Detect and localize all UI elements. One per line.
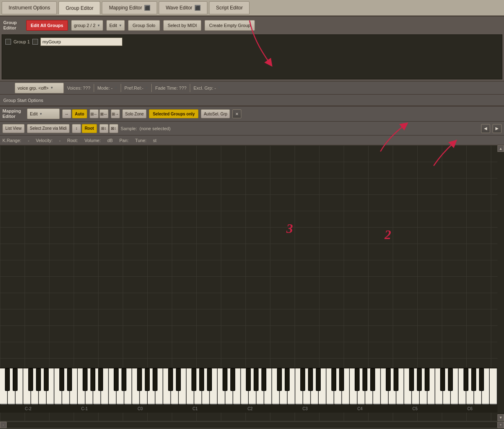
edit-all-groups-button[interactable]: Edit All Groups: [26, 20, 68, 31]
h-range-expand-btn[interactable]: ↔: [62, 109, 71, 118]
sample-expand-h-btn[interactable]: ⊠↔: [99, 109, 108, 118]
scroll-right-btn[interactable]: ▶: [493, 124, 502, 133]
group-checkbox[interactable]: [5, 39, 11, 45]
black-key[interactable]: [176, 368, 180, 391]
tab-wave-editor[interactable]: Wave Editor ⬛: [159, 1, 207, 14]
black-key[interactable]: [246, 368, 250, 391]
h-range-buttons: ↔ Auto: [62, 109, 87, 118]
black-key[interactable]: [362, 368, 367, 391]
black-key[interactable]: [471, 368, 476, 391]
black-key[interactable]: [36, 368, 40, 391]
black-key[interactable]: [153, 368, 157, 391]
black-key[interactable]: [254, 368, 258, 391]
auto-button[interactable]: Auto: [72, 109, 87, 118]
black-key[interactable]: [44, 368, 48, 391]
black-key[interactable]: [5, 368, 9, 391]
black-key[interactable]: [145, 368, 149, 391]
solo-zone-button[interactable]: Solo Zone: [122, 109, 147, 118]
group-v-btn[interactable]: ⊞↕: [99, 124, 108, 133]
group-selector-dropdown[interactable]: group 2 / 2 ▼: [71, 20, 104, 31]
group-expand-h-btn[interactable]: ⊞←: [90, 109, 99, 118]
h-scroll-left-btn[interactable]: -: [0, 422, 7, 428]
black-key[interactable]: [168, 368, 173, 391]
group-active-checkbox[interactable]: [32, 39, 38, 45]
v-scroll-track[interactable]: [497, 152, 504, 414]
black-key[interactable]: [83, 368, 87, 391]
v-expand-btn[interactable]: ↕: [72, 124, 81, 133]
voice-grp-dropdown[interactable]: voice grp. <off> ▼: [15, 83, 64, 93]
black-key[interactable]: [464, 368, 468, 391]
select-by-midi-button[interactable]: Select by MIDI: [163, 20, 202, 31]
black-key[interactable]: [98, 368, 103, 391]
group-start-options: Group Start Options: [0, 94, 504, 106]
black-key[interactable]: [277, 368, 281, 391]
white-key[interactable]: [490, 368, 497, 404]
select-zone-via-midi-button[interactable]: Select Zone via Midi: [27, 124, 70, 133]
key-range-bar: K.Range: - Velocity: - Root: Volume: dB …: [0, 135, 504, 145]
black-key[interactable]: [122, 368, 126, 391]
root-button[interactable]: Root: [82, 124, 97, 133]
root-label: Root:: [67, 138, 78, 143]
black-key[interactable]: [386, 368, 390, 391]
h-scroll-right-btn[interactable]: +: [497, 422, 504, 428]
list-view-button[interactable]: List View: [2, 124, 25, 133]
group-solo-button[interactable]: Group Solo: [128, 20, 160, 31]
black-key[interactable]: [409, 368, 414, 391]
piano-keyboard: [0, 368, 497, 404]
group-name-input[interactable]: [40, 38, 122, 46]
v-scroll-down-btn[interactable]: ▼: [497, 414, 504, 421]
black-key[interactable]: [425, 368, 429, 391]
black-key[interactable]: [223, 368, 227, 391]
pref-rel-label: Pref.Rel:-: [124, 86, 143, 90]
black-key[interactable]: [394, 368, 398, 391]
black-key[interactable]: [230, 368, 235, 391]
sample-v-btn[interactable]: ⊠↕: [109, 124, 118, 133]
create-empty-group-button[interactable]: Create Empty Group: [205, 20, 255, 31]
black-key[interactable]: [479, 368, 484, 391]
scroll-left-btn[interactable]: ◀: [481, 124, 490, 133]
h-scrollbar[interactable]: [7, 422, 497, 427]
mapping-edit-dropdown[interactable]: Edit ▼: [27, 108, 60, 119]
black-key[interactable]: [339, 368, 344, 391]
tab-instrument-options[interactable]: Instrument Options: [2, 1, 57, 14]
black-key[interactable]: [199, 368, 204, 391]
tab-script-editor[interactable]: Script Editor: [209, 1, 250, 14]
v-scroll-up-btn[interactable]: ▲: [497, 145, 504, 152]
black-key[interactable]: [261, 368, 266, 391]
autosel-grp-button[interactable]: AutoSel. Grp: [201, 109, 230, 118]
close-mapping-btn[interactable]: ✕: [232, 109, 241, 118]
black-key[interactable]: [316, 368, 320, 391]
mapping-editor-label: MappingEditor: [2, 108, 25, 119]
black-key[interactable]: [308, 368, 313, 391]
black-key[interactable]: [448, 368, 452, 391]
black-key[interactable]: [114, 368, 118, 391]
group-editor-label: GroupEditor: [3, 20, 23, 31]
black-key[interactable]: [191, 368, 196, 391]
pref-rel-item: Pref.Rel:- ▼: [124, 86, 148, 90]
separator-2: [121, 84, 121, 92]
black-key[interactable]: [28, 368, 33, 391]
black-key[interactable]: [331, 368, 336, 391]
black-key[interactable]: [13, 368, 17, 391]
piano-label-c3: C3: [302, 406, 308, 411]
black-key[interactable]: [417, 368, 421, 391]
black-key[interactable]: [300, 368, 305, 391]
piano-keys[interactable]: [0, 368, 497, 404]
tab-mapping-editor[interactable]: Mapping Editor ⬛: [102, 1, 157, 14]
tab-group-editor[interactable]: Group Editor: [59, 1, 100, 14]
black-key[interactable]: [137, 368, 142, 391]
selected-groups-only-button[interactable]: Selected Groups only: [149, 109, 198, 118]
volume-value: dB: [107, 138, 112, 143]
black-key[interactable]: [370, 368, 375, 391]
black-key[interactable]: [67, 368, 72, 391]
black-key[interactable]: [59, 368, 64, 391]
edit-mode-arrow: ▼: [119, 24, 122, 27]
group-editor-header: GroupEditor Edit All Groups group 2 / 2 …: [0, 16, 504, 34]
black-key[interactable]: [90, 368, 95, 391]
lock-btn[interactable]: ⊞→: [111, 109, 120, 118]
black-key[interactable]: [207, 368, 212, 391]
black-key[interactable]: [285, 368, 289, 391]
black-key[interactable]: [355, 368, 359, 391]
black-key[interactable]: [440, 368, 445, 391]
edit-mode-dropdown[interactable]: Edit ▼: [106, 20, 125, 31]
